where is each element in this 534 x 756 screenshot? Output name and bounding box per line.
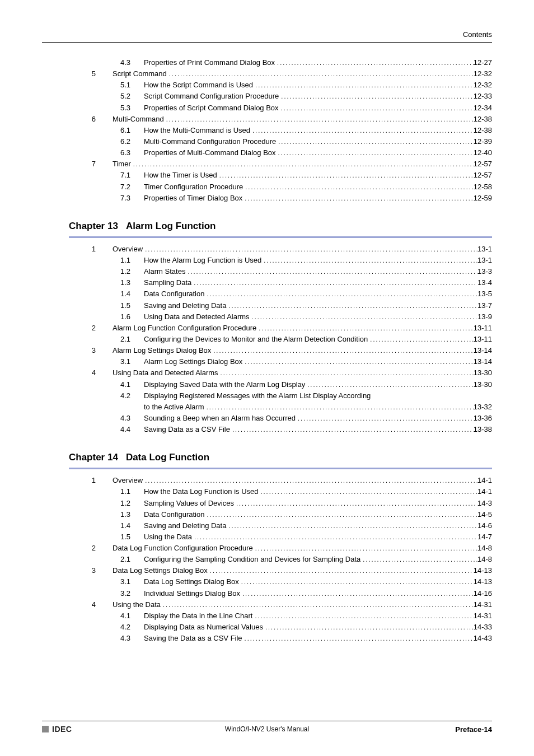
- toc-entry[interactable]: 4Using the Data14-31: [69, 599, 492, 610]
- toc-entry[interactable]: 7Timer12-57: [69, 158, 492, 170]
- toc-title: Sampling Data: [144, 277, 191, 288]
- toc-entry[interactable]: 4.4Saving Data as a CSV File13-38: [69, 424, 492, 435]
- toc-number: 1: [69, 244, 113, 255]
- toc-number: 4.2: [69, 390, 144, 402]
- toc-leader: [253, 80, 474, 91]
- toc-number: 1.3: [69, 277, 144, 288]
- toc-entry[interactable]: 6Multi-Command12-38: [69, 114, 492, 125]
- toc-entry[interactable]: 1.4Saving and Deleting Data14-6: [69, 520, 492, 531]
- toc-entry[interactable]: 3.1Alarm Log Settings Dialog Box13-14: [69, 356, 492, 367]
- toc-number: 2: [69, 323, 113, 334]
- toc-page: 14-3: [477, 498, 492, 509]
- toc-number: 3: [69, 565, 113, 576]
- toc-entry[interactable]: 1.1How the Alarm Log Function is Used13-…: [69, 255, 492, 266]
- toc-entry[interactable]: 5.3Properties of Script Command Dialog B…: [69, 102, 492, 114]
- toc-entry[interactable]: 4.2Displaying Registered Messages with t…: [69, 390, 492, 402]
- toc-number: 4.4: [69, 424, 144, 435]
- toc-entry[interactable]: 7.2Timer Configuration Procedure12-58: [69, 181, 492, 193]
- toc-entry[interactable]: 3Data Log Settings Dialog Box14-13: [69, 565, 492, 576]
- toc-number: 1.4: [69, 288, 144, 300]
- toc-leader: [256, 323, 473, 334]
- page-header: Contents: [42, 30, 492, 43]
- toc-leader: [305, 379, 473, 390]
- toc-number: 4.3: [69, 413, 144, 424]
- toc-number: 3.1: [69, 576, 144, 587]
- toc-title: Using the Data: [113, 599, 161, 610]
- toc-leader: [368, 334, 473, 345]
- toc-leader: [242, 633, 474, 644]
- chapter-body: 1Overview13-11.1How the Alarm Log Functi…: [69, 244, 492, 435]
- toc-entry[interactable]: 5.1How the Script Command is Used12-32: [69, 80, 492, 91]
- toc-title: Displaying Data as Numerical Values: [144, 622, 263, 633]
- toc-title: Properties of Timer Dialog Box: [144, 193, 242, 204]
- toc-number: 1.5: [69, 531, 144, 543]
- toc-entry[interactable]: 2.1Configuring the Devices to Monitor an…: [69, 334, 492, 345]
- toc-page: 13-9: [477, 311, 492, 323]
- toc-entry[interactable]: 1.3Data Configuration14-5: [69, 509, 492, 520]
- toc-entry[interactable]: 4.3Properties of Print Command Dialog Bo…: [69, 57, 492, 68]
- toc-page: 13-3: [477, 266, 492, 277]
- toc-leader: [275, 57, 474, 68]
- toc-entry[interactable]: 2.1Configuring the Sampling Condition an…: [69, 554, 492, 565]
- footer-brand: IDEC: [42, 725, 72, 734]
- toc-title: Properties of Print Command Dialog Box: [144, 57, 275, 68]
- toc-entry[interactable]: 1.3Sampling Data13-4: [69, 277, 492, 288]
- toc-title: Displaying Registered Messages with the …: [144, 390, 492, 402]
- toc-number: 6: [69, 114, 113, 125]
- toc-page: 13-4: [477, 277, 492, 288]
- toc-title: Data Configuration: [144, 509, 204, 520]
- toc-entry[interactable]: 4.3Sounding a Beep when an Alarm has Occ…: [69, 413, 492, 424]
- toc-title: Using Data and Detected Alarms: [144, 311, 250, 323]
- toc-page: 13-5: [477, 288, 492, 300]
- chapter-heading: Chapter 13Alarm Log Function: [69, 221, 492, 238]
- toc-entry[interactable]: 5.2Script Command Configuration Procedur…: [69, 91, 492, 102]
- toc-leader: [240, 588, 474, 599]
- toc-number: 4: [69, 599, 113, 610]
- toc-leader: [360, 554, 477, 565]
- toc-entry[interactable]: 1.6Using Data and Detected Alarms13-9: [69, 311, 492, 323]
- toc-entry[interactable]: 1.2Sampling Values of Devices14-3: [69, 498, 492, 509]
- toc-page: 13-32: [474, 402, 492, 413]
- toc-leader: [261, 255, 477, 266]
- toc-entry[interactable]: 4Using Data and Detected Alarms13-30: [69, 367, 492, 379]
- toc-entry[interactable]: 1.4Data Configuration13-5: [69, 288, 492, 300]
- toc-page: 13-1: [477, 255, 492, 266]
- toc-entry[interactable]: 3.2Individual Settings Dialog Box14-16: [69, 588, 492, 599]
- toc-page: 12-27: [474, 57, 492, 68]
- toc-title: Display the Data in the Line Chart: [144, 610, 252, 622]
- toc-entry[interactable]: 4.1Display the Data in the Line Chart14-…: [69, 610, 492, 622]
- toc-title: Multi-Command Configuration Procedure: [144, 136, 276, 147]
- toc-title: How the Data Log Function is Used: [144, 486, 259, 497]
- toc-entry[interactable]: 7.1How the Timer is Used12-57: [69, 170, 492, 181]
- toc-entry[interactable]: 4.3Saving the Data as a CSV File14-43: [69, 633, 492, 644]
- toc-page: 12-32: [474, 68, 492, 80]
- toc-entry[interactable]: 1.5Saving and Deleting Data13-7: [69, 300, 492, 311]
- toc-entry[interactable]: 1Overview14-1: [69, 475, 492, 486]
- toc-entry[interactable]: 3.1Data Log Settings Dialog Box14-13: [69, 576, 492, 587]
- toc-entry[interactable]: 6.2Multi-Command Configuration Procedure…: [69, 136, 492, 147]
- toc-leader: [218, 367, 474, 379]
- toc-entry[interactable]: 2Alarm Log Function Configuration Proced…: [69, 323, 492, 334]
- toc-title: Data Log Function Configuration Procedur…: [113, 543, 253, 554]
- toc-entry[interactable]: 1Overview13-1: [69, 244, 492, 255]
- toc-number: 4.2: [69, 622, 144, 633]
- toc-entry-continued[interactable]: to the Active Alarm13-32: [69, 402, 492, 413]
- toc-page: 13-14: [474, 356, 492, 367]
- toc-title: Multi-Command: [113, 114, 164, 125]
- toc-number: 5.2: [69, 91, 144, 102]
- toc-title: Overview: [113, 244, 143, 255]
- toc-number: 1: [69, 475, 113, 486]
- toc-entry[interactable]: 2Data Log Function Configuration Procedu…: [69, 543, 492, 554]
- toc-entry[interactable]: 7.3Properties of Timer Dialog Box12-59: [69, 193, 492, 204]
- toc-entry[interactable]: 1.5Using the Data14-7: [69, 531, 492, 543]
- toc-entry[interactable]: 3Alarm Log Settings Dialog Box13-14: [69, 345, 492, 356]
- toc-entry[interactable]: 4.2Displaying Data as Numerical Values14…: [69, 622, 492, 633]
- toc-entry[interactable]: 6.1How the Multi-Command is Used12-38: [69, 125, 492, 136]
- toc-entry[interactable]: 1.2Alarm States13-3: [69, 266, 492, 277]
- toc-title: Using the Data: [144, 531, 192, 543]
- toc-entry[interactable]: 4.1Displaying Saved Data with the Alarm …: [69, 379, 492, 390]
- toc-entry[interactable]: 5Script Command12-32: [69, 68, 492, 80]
- toc-entry[interactable]: 6.3Properties of Multi-Command Dialog Bo…: [69, 147, 492, 158]
- toc-entry[interactable]: 1.1How the Data Log Function is Used14-1: [69, 486, 492, 497]
- toc-leader: [239, 576, 474, 587]
